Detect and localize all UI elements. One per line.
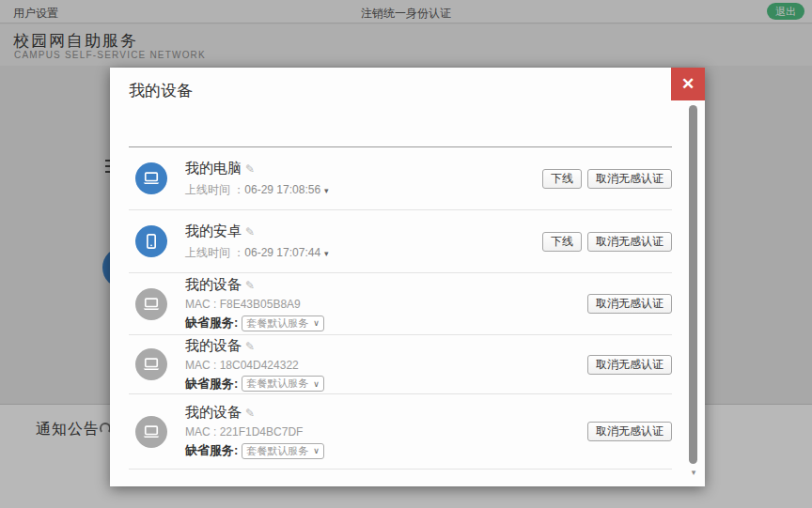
cancel-auth-button[interactable]: 取消无感认证 [587,355,672,375]
service-select[interactable]: 套餐默认服务∨ [242,316,324,331]
device-row: 我的设备✎ MAC : 221F1D4BC7DF 缺省服务: 套餐默认服务∨ 取… [129,394,672,470]
smartphone-icon [135,225,167,257]
offline-button[interactable]: 下线 [542,169,582,189]
laptop-icon [135,162,167,194]
default-service-label: 缺省服务: [185,442,238,459]
edit-icon[interactable]: ✎ [245,407,255,420]
chevron-down-icon: ∨ [313,318,320,328]
laptop-icon [135,288,167,320]
edit-icon[interactable]: ✎ [245,162,255,176]
chevron-down-icon[interactable]: ▾ [324,249,329,258]
offline-button[interactable]: 下线 [542,232,582,252]
default-service-label: 缺省服务: [185,376,238,393]
online-time-value: 06-29 17:08:56 [244,183,320,196]
mac-label: MAC : [185,298,220,311]
device-name: 我的安卓 [185,223,242,239]
dialog-header: 我的设备 [129,68,672,147]
service-select[interactable]: 套餐默认服务∨ [242,376,324,392]
device-row: 我的设备✎ MAC : F8E43B05B8A9 缺省服务: 套餐默认服务∨ 取… [129,273,672,335]
device-row: 我的设备✎ MAC : 18C04D424322 缺省服务: 套餐默认服务∨ 取… [129,335,672,394]
mac-value: 221F1D4BC7DF [220,425,304,439]
cancel-auth-button[interactable]: 取消无感认证 [587,294,672,314]
edit-icon[interactable]: ✎ [245,225,255,239]
service-select[interactable]: 套餐默认服务∨ [242,443,324,459]
device-name: 我的设备 [185,337,242,353]
close-icon[interactable]: ✕ [671,68,705,100]
online-time-label: 上线时间 ： [185,246,244,259]
mac-value: F8E43B05B8A9 [220,298,301,311]
device-list: 我的电脑✎ 上线时间 ：06-29 17:08:56▾ 下线 取消无感认证 我的… [110,147,705,470]
chevron-down-icon: ∨ [313,379,320,389]
scrollbar[interactable]: ▾ [687,101,700,481]
mac-label: MAC : [185,425,220,439]
chevron-down-icon[interactable]: ▾ [324,186,329,195]
mac-value: 18C04D424322 [220,359,299,372]
device-name: 我的电脑 [185,160,242,176]
dialog-title: 我的设备 [129,80,193,101]
device-row: 我的电脑✎ 上线时间 ：06-29 17:08:56▾ 下线 取消无感认证 [129,147,672,210]
mac-label: MAC : [185,359,220,372]
edit-icon[interactable]: ✎ [245,340,255,353]
online-time-label: 上线时间 ： [185,183,244,196]
online-time-value: 06-29 17:07:44 [244,246,320,259]
scrollbar-thumb[interactable] [689,105,697,464]
default-service-label: 缺省服务: [185,315,238,331]
cancel-auth-button[interactable]: 取消无感认证 [587,422,672,441]
my-devices-dialog: ✕ 我的设备 我的电脑✎ 上线时间 ：06-29 17:08:56▾ 下线 取消… [110,68,705,486]
cancel-auth-button[interactable]: 取消无感认证 [587,232,672,252]
device-name: 我的设备 [185,404,242,420]
edit-icon[interactable]: ✎ [245,279,255,292]
device-name: 我的设备 [185,276,242,292]
cancel-auth-button[interactable]: 取消无感认证 [587,169,672,189]
laptop-icon [135,416,167,448]
device-row: 我的安卓✎ 上线时间 ：06-29 17:07:44▾ 下线 取消无感认证 [129,210,672,273]
laptop-icon [135,348,167,380]
chevron-down-icon: ∨ [313,446,320,455]
scroll-down-icon[interactable]: ▾ [688,468,699,477]
